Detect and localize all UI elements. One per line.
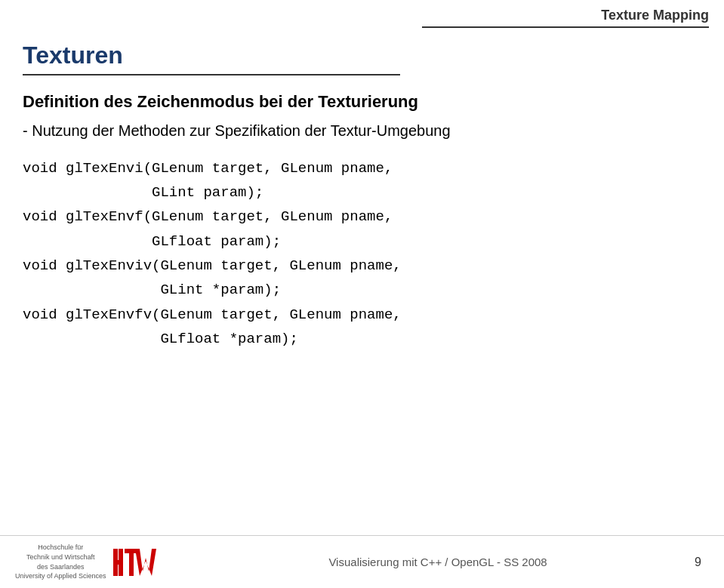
code-line-4: GLfloat param); bbox=[23, 229, 701, 254]
univ-line1: Hochschule für bbox=[38, 543, 83, 551]
svg-marker-5 bbox=[135, 549, 156, 576]
htw-logo-svg bbox=[112, 547, 158, 577]
svg-rect-4 bbox=[129, 553, 134, 576]
subtitle: Definition des Zeichenmodus bei der Text… bbox=[23, 91, 701, 114]
slide-title: Texture Mapping bbox=[601, 8, 709, 23]
univ-line4: University of Applied Sciences bbox=[15, 572, 106, 580]
header: Texture Mapping bbox=[407, 0, 724, 28]
htw-logo bbox=[112, 547, 158, 577]
section-title: Texturen bbox=[23, 42, 701, 69]
code-line-3: void glTexEnvf(GLenum target, GLenum pna… bbox=[23, 205, 701, 229]
code-line-8: GLfloat *param); bbox=[23, 327, 701, 351]
code-line-7: void glTexEnvfv(GLenum target, GLenum pn… bbox=[23, 303, 701, 327]
university-text: Hochschule für Technik und Wirtschaft de… bbox=[15, 543, 106, 580]
code-block: void glTexEnvi(GLenum target, GLenum pna… bbox=[23, 156, 701, 351]
code-line-1: void glTexEnvi(GLenum target, GLenum pna… bbox=[23, 156, 701, 180]
footer: Hochschule für Technik und Wirtschaft de… bbox=[0, 535, 724, 588]
footer-page-number: 9 bbox=[695, 556, 701, 569]
univ-line2: Technik und Wirtschaft bbox=[26, 553, 95, 561]
title-underline bbox=[23, 74, 400, 75]
code-line-5: void glTexEnviv(GLenum target, GLenum pn… bbox=[23, 254, 701, 278]
svg-rect-2 bbox=[119, 549, 123, 576]
univ-line3: des Saarlandes bbox=[37, 563, 85, 571]
footer-course-info: Visualisierung mit C++ / OpenGL - SS 200… bbox=[181, 556, 695, 568]
description: - Nutzung der Methoden zur Spezifikation… bbox=[23, 120, 701, 141]
code-line-6: GLint *param); bbox=[23, 278, 701, 302]
header-line bbox=[422, 26, 709, 28]
code-line-2: GLint param); bbox=[23, 180, 701, 205]
main-content: Texturen Definition des Zeichenmodus bei… bbox=[23, 42, 701, 351]
footer-logo-area: Hochschule für Technik und Wirtschaft de… bbox=[15, 543, 181, 580]
slide-container: Texture Mapping Texturen Definition des … bbox=[0, 0, 724, 588]
